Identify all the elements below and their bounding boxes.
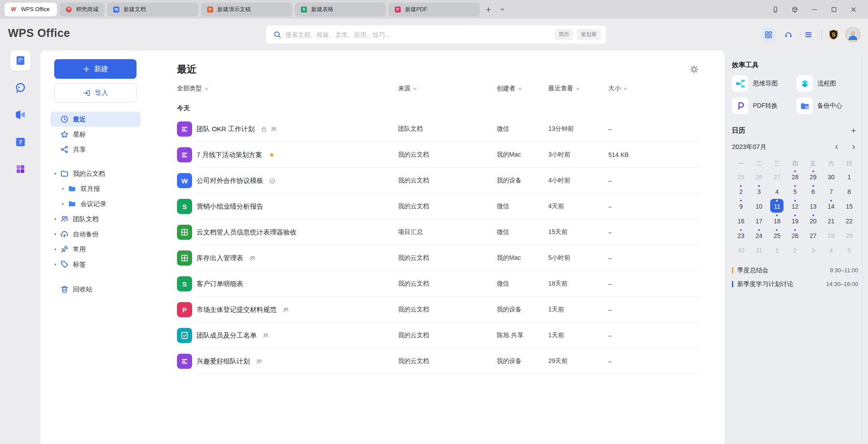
file-row[interactable]: 云文档管人员信息统计表理器验收项目汇总微信15天前–	[177, 219, 699, 245]
calendar-day[interactable]: 5	[786, 184, 804, 199]
calendar-day[interactable]: 26	[750, 170, 768, 184]
calendar-day[interactable]: 27	[768, 170, 786, 184]
calendar-day[interactable]: 1	[840, 170, 858, 184]
calendar-day[interactable]: 30	[822, 170, 840, 184]
minimize-button[interactable]	[807, 3, 822, 16]
sidebar-item-2[interactable]: 共享	[50, 142, 141, 157]
file-row[interactable]: 团队 OKR 工作计划团队文档微信13分钟前–	[177, 116, 699, 142]
caret-right-icon[interactable]	[58, 186, 68, 192]
tab-1[interactable]: 稻壳商城	[60, 3, 104, 16]
calendar-day[interactable]: 13	[804, 199, 822, 214]
calendar-day[interactable]: 27	[804, 228, 822, 243]
filter-type[interactable]: 全部类型	[177, 85, 398, 93]
calendar-day[interactable]: 3	[804, 243, 822, 258]
calendar-day-selected[interactable]: 11	[768, 199, 786, 214]
calendar-day[interactable]: 19	[786, 214, 804, 228]
filter-source[interactable]: 来源	[398, 85, 497, 93]
tab-2[interactable]: W新建文档	[107, 3, 198, 16]
apps-grid-icon[interactable]	[761, 28, 776, 42]
calendar-day[interactable]: 28	[822, 228, 840, 243]
calendar-day[interactable]: 22	[840, 214, 858, 228]
calendar-day[interactable]: 2	[786, 243, 804, 258]
sidebar-item-10[interactable]: 回收站	[50, 282, 141, 297]
calendar-event-1[interactable]: 新季度学习计划讨论14:30–16:00	[732, 277, 858, 291]
calendar-day[interactable]: 17	[750, 214, 768, 228]
tab-3[interactable]: P新建演示文稿	[201, 3, 292, 16]
caret-right-icon[interactable]	[50, 246, 60, 252]
new-tab-button[interactable]	[482, 4, 494, 15]
calendar-day[interactable]: 31	[750, 243, 768, 258]
search-tag-plan[interactable]: 策划案	[577, 29, 601, 40]
sidebar-item-0[interactable]: 最近	[50, 112, 141, 127]
calendar-day[interactable]: 10	[750, 199, 768, 214]
calendar-day[interactable]: 9	[732, 199, 750, 214]
tool-item-1[interactable]: 流程图	[796, 75, 858, 92]
sidebar-item-6[interactable]: 团队文档	[50, 211, 141, 226]
calendar-day[interactable]: 6	[804, 184, 822, 199]
file-row[interactable]: 团队成员及分工名单我的云文档陈旭 共享1天前–	[177, 323, 699, 348]
rail-docs-icon[interactable]	[10, 50, 31, 71]
filter-creator[interactable]: 创建者	[497, 85, 548, 93]
sidebar-item-5[interactable]: 会议记录	[58, 196, 141, 211]
calendar-add-icon[interactable]	[848, 125, 858, 135]
tool-item-2[interactable]: PDF转换	[732, 97, 794, 114]
tab-5[interactable]: P新建PDF	[389, 3, 480, 16]
sidebar-item-4[interactable]: 双月报	[58, 181, 141, 196]
calendar-day[interactable]: 18	[768, 214, 786, 228]
tool-item-3[interactable]: 备份中心	[796, 97, 858, 114]
calendar-day[interactable]: 12	[786, 199, 804, 214]
tab-list-dropdown[interactable]	[497, 4, 508, 15]
rail-chat-icon[interactable]	[10, 77, 31, 98]
calendar-day[interactable]: 4	[822, 243, 840, 258]
rail-apps-icon[interactable]	[10, 159, 31, 179]
calendar-day[interactable]: 4	[768, 184, 786, 199]
member-badge-icon[interactable]: S	[828, 28, 840, 40]
calendar-day[interactable]: 26	[786, 228, 804, 243]
filter-last-viewed[interactable]: 最近查看	[548, 85, 608, 93]
calendar-day[interactable]: 15	[840, 199, 858, 214]
calendar-day[interactable]: 1	[768, 243, 786, 258]
user-avatar[interactable]	[845, 27, 860, 42]
caret-right-icon[interactable]	[50, 216, 60, 222]
workspace-box-icon[interactable]	[787, 3, 802, 16]
calendar-event-0[interactable]: 季度总结会9:30–11:00	[732, 263, 858, 277]
calendar-day[interactable]: 28	[786, 170, 804, 184]
caret-right-icon[interactable]	[50, 231, 60, 237]
calendar-day[interactable]: 16	[732, 214, 750, 228]
calendar-day[interactable]: 30	[732, 243, 750, 258]
calendar-prev-icon[interactable]	[832, 142, 841, 152]
file-row[interactable]: S客户订单明细表我的云文档微信18天前–	[177, 271, 699, 297]
calendar-day[interactable]: 21	[822, 214, 840, 228]
main-menu-icon[interactable]	[801, 28, 816, 42]
calendar-day[interactable]: 8	[840, 184, 858, 199]
caret-right-icon[interactable]	[58, 201, 68, 207]
search-bar[interactable]: 简历 策划案	[266, 25, 606, 44]
calendar-day[interactable]: 29	[840, 228, 858, 243]
tool-item-0[interactable]: 思维导图	[732, 75, 794, 92]
caret-right-icon[interactable]	[50, 261, 60, 267]
close-button[interactable]	[846, 3, 861, 16]
filter-size[interactable]: 大小	[608, 85, 699, 93]
calendar-day[interactable]: 29	[804, 170, 822, 184]
sidebar-item-8[interactable]: 常用	[50, 242, 141, 257]
mobile-link-icon[interactable]	[768, 3, 783, 16]
support-headset-icon[interactable]	[781, 28, 796, 42]
new-document-button[interactable]: 新建	[54, 59, 137, 79]
calendar-day[interactable]: 20	[804, 214, 822, 228]
sidebar-item-3[interactable]: 我的云文档	[50, 166, 141, 181]
settings-gear-icon[interactable]	[689, 65, 699, 74]
calendar-day[interactable]: 24	[750, 228, 768, 243]
calendar-next-icon[interactable]	[848, 142, 858, 152]
search-tag-resume[interactable]: 简历	[555, 29, 573, 40]
sidebar-item-7[interactable]: 自动备份	[50, 226, 141, 242]
file-row[interactable]: S营销小组业绩分析报告我的云文档微信4天前–	[177, 194, 699, 219]
calendar-day[interactable]: 7	[822, 184, 840, 199]
sidebar-item-1[interactable]: 星标	[50, 127, 141, 142]
file-row[interactable]: W公司对外合作协议模板我的云文档我的设备4小时前–	[177, 168, 699, 194]
file-row[interactable]: P市场主体登记提交材料规范我的云文档我的设备1天前–	[177, 297, 699, 323]
calendar-day[interactable]: 5	[840, 243, 858, 258]
calendar-day[interactable]: 23	[732, 228, 750, 243]
import-button[interactable]: 导入	[54, 83, 137, 103]
calendar-day[interactable]: 25	[768, 228, 786, 243]
maximize-button[interactable]	[826, 3, 841, 16]
